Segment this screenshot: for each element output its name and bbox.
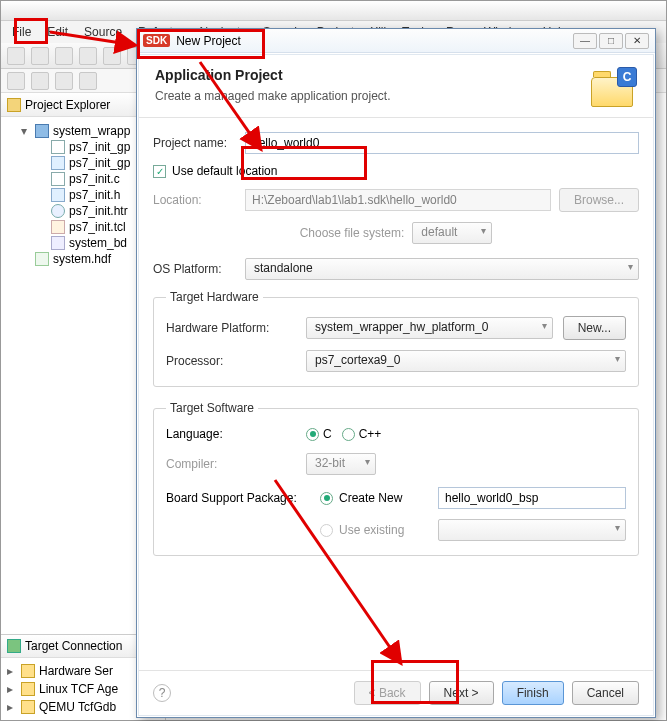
finish-button[interactable]: Finish [502,681,564,705]
maximize-button[interactable]: □ [599,33,623,49]
dialog-body: Project name: ✓ Use default location Loc… [139,118,653,670]
hardware-platform-select[interactable]: system_wrapper_hw_platform_0 [306,317,553,339]
dialog-footer: ? < Back Next > Finish Cancel [139,670,653,715]
toolbar-button[interactable] [7,72,25,90]
radio-icon[interactable] [342,428,355,441]
html-file-icon [51,204,65,218]
bsp-existing-select [438,519,626,541]
c-file-icon [51,172,65,186]
bsp-create-option[interactable]: Create New [320,491,430,505]
dialog-title: New Project [176,34,241,48]
hardware-new-button[interactable]: New... [563,316,626,340]
toolbar-button[interactable] [55,72,73,90]
expand-icon[interactable]: ▾ [21,124,31,138]
radio-icon[interactable] [320,492,333,505]
project-name-input[interactable] [245,132,639,154]
dialog-subheading: Create a managed make application projec… [155,89,390,103]
dialog-frame: Application Project Create a managed mak… [138,54,654,716]
use-default-checkbox[interactable]: ✓ [153,165,166,178]
minimize-button[interactable]: — [573,33,597,49]
back-button: < Back [354,681,421,705]
expand-icon[interactable]: ▸ [7,664,17,678]
bsp-existing-row: Use existing [166,519,626,541]
language-c-option[interactable]: C [306,427,332,441]
project-explorer-title: Project Explorer [25,98,110,112]
tree-label: Hardware Ser [39,664,113,678]
dialog-titlebar[interactable]: SDK New Project — □ ✕ [137,29,655,53]
language-cpp-option[interactable]: C++ [342,427,382,441]
bsp-create-row: Board Support Package: Create New [166,487,626,509]
tree-label: system.hdf [53,252,111,266]
compiler-label: Compiler: [166,457,296,471]
cancel-button[interactable]: Cancel [572,681,639,705]
dialog-heading: Application Project [155,67,390,83]
use-default-location-row[interactable]: ✓ Use default location [153,164,639,178]
bsp-name-input[interactable] [438,487,626,509]
hdf-file-icon [35,252,49,266]
choose-filesystem-select: default [412,222,492,244]
location-row: Location: Browse... [153,188,639,212]
help-icon[interactable]: ? [153,684,171,702]
tree-label: ps7_init_gp [69,156,130,170]
c-file-icon [51,140,65,154]
project-name-label: Project name: [153,136,237,150]
target-hardware-legend: Target Hardware [166,290,263,304]
menu-file[interactable]: File [5,23,38,41]
bsp-existing-label: Use existing [339,523,404,537]
tree-label: ps7_init.c [69,172,120,186]
choose-filesystem-label: Choose file system: [300,226,405,240]
tcl-file-icon [51,220,65,234]
compiler-select: 32-bit [306,453,376,475]
next-button[interactable]: Next > [429,681,494,705]
menu-source[interactable]: Source [77,23,129,41]
target-connections-icon [7,639,21,653]
processor-select[interactable]: ps7_cortexa9_0 [306,350,626,372]
bsp-existing-option: Use existing [320,523,430,537]
close-button[interactable]: ✕ [625,33,649,49]
toolbar-button[interactable] [79,72,97,90]
compiler-row: Compiler: 32-bit [166,453,626,475]
toolbar-button[interactable] [79,47,97,65]
choose-filesystem-row: Choose file system: default [153,222,639,244]
target-software-group: Target Software Language: C C++ Compiler… [153,401,639,556]
tree-label: system_wrapp [53,124,130,138]
toolbar-button[interactable] [31,47,49,65]
tree-label: ps7_init.htr [69,204,128,218]
expand-icon[interactable]: ▸ [7,682,17,696]
menu-edit[interactable]: Edit [40,23,75,41]
radio-icon[interactable] [306,428,319,441]
tree-label: ps7_init.h [69,188,120,202]
tree-label: system_bd [69,236,127,250]
dialog-header-text: Application Project Create a managed mak… [155,67,390,107]
bsp-create-label: Create New [339,491,402,505]
browse-button: Browse... [559,188,639,212]
bsp-block: Board Support Package: Create New Use ex… [166,487,626,541]
tree-label: ps7_init_gp [69,140,130,154]
tree-label: Linux TCF Age [39,682,118,696]
os-platform-label: OS Platform: [153,262,237,276]
toolbar-button[interactable] [7,47,25,65]
bsp-label: Board Support Package: [166,491,312,505]
folder-icon [35,124,49,138]
target-software-legend: Target Software [166,401,258,415]
expand-icon[interactable]: ▸ [7,700,17,714]
toolbar-button[interactable] [31,72,49,90]
target-connections-title: Target Connection [25,639,122,653]
location-label: Location: [153,193,237,207]
project-name-row: Project name: [153,132,639,154]
h-file-icon [51,156,65,170]
processor-row: Processor: ps7_cortexa9_0 [166,350,626,372]
project-explorer-icon [7,98,21,112]
toolbar-button[interactable] [103,47,121,65]
os-platform-select[interactable]: standalone [245,258,639,280]
toolbar-button[interactable] [55,47,73,65]
language-cpp-label: C++ [359,427,382,441]
dialog-header-icon: C [591,67,637,107]
sdk-badge-icon: SDK [143,34,170,47]
bd-file-icon [51,236,65,250]
dialog-header: Application Project Create a managed mak… [139,55,653,118]
hardware-platform-label: Hardware Platform: [166,321,296,335]
use-default-label: Use default location [172,164,277,178]
tree-label: ps7_init.tcl [69,220,126,234]
hardware-platform-row: Hardware Platform: system_wrapper_hw_pla… [166,316,626,340]
